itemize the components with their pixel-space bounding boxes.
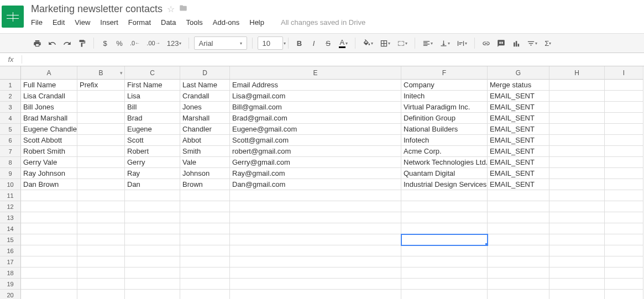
cell[interactable]: Lisa Crandall [21,91,77,102]
row-header[interactable]: 8 [0,157,21,168]
row-header[interactable]: 6 [0,135,21,146]
cell[interactable] [401,279,488,290]
cell[interactable] [180,190,230,201]
cell[interactable]: Marshall [180,113,230,124]
cell[interactable] [230,234,401,245]
cell[interactable] [549,135,605,146]
cell[interactable]: EMAIL_SENT [488,113,549,124]
app-logo[interactable] [0,0,25,33]
cell[interactable]: Prefix [77,80,125,91]
cell[interactable]: EMAIL_SENT [488,91,549,102]
undo-button[interactable] [46,36,59,50]
cell[interactable] [401,256,488,267]
cell[interactable]: Ray@gmail.com [230,168,401,179]
column-header-G[interactable]: G [488,66,549,80]
cell[interactable] [549,91,605,102]
cell[interactable] [77,124,125,135]
cell[interactable]: Email Address [230,80,401,91]
cell[interactable] [488,234,549,245]
cell[interactable]: Eugene Chandler [21,124,77,135]
cell[interactable] [77,267,125,279]
star-icon[interactable]: ☆ [167,4,175,14]
cell[interactable] [77,212,125,223]
cell[interactable] [605,234,643,245]
cell[interactable] [180,256,230,267]
cell[interactable]: Bill Jones [21,102,77,113]
cell[interactable] [77,113,125,124]
row-header[interactable]: 10 [0,179,21,190]
cell[interactable] [125,201,180,212]
cell[interactable] [488,290,549,299]
cell[interactable]: Robert [125,146,180,157]
cell[interactable]: National Builders [401,124,488,135]
row-header[interactable]: 3 [0,102,21,113]
cell[interactable] [230,267,401,279]
menu-addons[interactable]: Add-ons [213,18,239,27]
cell[interactable]: EMAIL_SENT [488,146,549,157]
cell[interactable]: Gerry Vale [21,157,77,168]
cell[interactable] [605,135,643,146]
column-header-D[interactable]: D [180,66,230,80]
cell[interactable]: Definition Group [401,113,488,124]
cell[interactable] [21,234,77,245]
cell[interactable] [125,245,180,256]
cell[interactable] [77,234,125,245]
cell[interactable] [605,91,643,102]
row-header[interactable]: 4 [0,113,21,124]
cell[interactable]: Dan Brown [21,179,77,190]
cell[interactable] [180,290,230,299]
cell[interactable] [21,290,77,299]
cell[interactable] [605,146,643,157]
cell[interactable] [180,212,230,223]
insert-comment-button[interactable] [495,36,507,50]
row-header[interactable]: 9 [0,168,21,179]
cell[interactable]: First Name [125,80,180,91]
cell[interactable] [401,190,488,201]
text-color-button[interactable]: A ▾ [337,36,350,50]
cell[interactable]: EMAIL_SENT [488,179,549,190]
cell[interactable]: Dan@gmail.com [230,179,401,190]
cell[interactable] [488,190,549,201]
cell[interactable] [77,146,125,157]
cell[interactable]: Scott Abbott [21,135,77,146]
increase-decimal-button[interactable]: .00→ [144,36,162,50]
row-header[interactable]: 11 [0,190,21,201]
cell[interactable] [488,245,549,256]
menu-file[interactable]: File [31,18,43,27]
cell[interactable] [21,267,77,279]
row-header[interactable]: 12 [0,201,21,212]
cell[interactable] [401,290,488,299]
cell[interactable] [125,267,180,279]
cell[interactable] [230,290,401,299]
column-filter-icon[interactable]: ▾ [120,70,123,76]
cell[interactable] [21,212,77,223]
cell[interactable] [549,168,605,179]
row-header[interactable]: 1 [0,80,21,91]
cell[interactable] [605,267,643,279]
text-wrap-button[interactable]: ▾ [454,36,469,50]
cell[interactable] [605,113,643,124]
cell[interactable]: Eugene [125,124,180,135]
row-header[interactable]: 5 [0,124,21,135]
cell[interactable] [77,157,125,168]
cell[interactable] [549,146,605,157]
cell[interactable]: Vale [180,157,230,168]
cell[interactable] [605,190,643,201]
cell[interactable]: Brad [125,113,180,124]
column-header-H[interactable]: H [549,66,605,80]
cell[interactable] [180,234,230,245]
cell[interactable]: Brad@gmail.com [230,113,401,124]
cell[interactable]: Company [401,80,488,91]
cell[interactable] [21,256,77,267]
cell[interactable] [549,201,605,212]
filter-button[interactable]: ▾ [525,36,540,50]
cell[interactable] [125,256,180,267]
cell[interactable] [230,212,401,223]
cell[interactable] [230,190,401,201]
cell[interactable] [125,190,180,201]
cell[interactable]: EMAIL_SENT [488,102,549,113]
cell[interactable] [77,190,125,201]
cell[interactable] [180,267,230,279]
row-header[interactable]: 2 [0,91,21,102]
cell[interactable] [549,102,605,113]
